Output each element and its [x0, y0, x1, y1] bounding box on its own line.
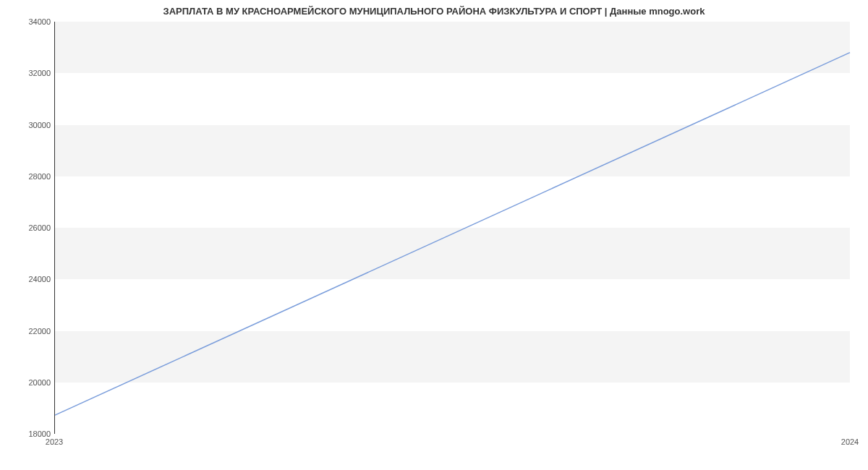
y-tick-label: 20000: [7, 378, 51, 387]
y-tick-label: 18000: [7, 430, 51, 438]
data-line: [55, 53, 850, 415]
chart-container: ЗАРПЛАТА В МУ КРАСНОАРМЕЙСКОГО МУНИЦИПАЛ…: [0, 0, 868, 470]
y-tick-label: 22000: [7, 327, 51, 336]
x-tick-label: 2024: [841, 437, 859, 446]
y-tick-label: 26000: [7, 223, 51, 232]
y-tick-label: 28000: [7, 172, 51, 181]
line-svg: [55, 22, 850, 433]
x-tick-label: 2023: [46, 437, 63, 446]
y-tick-label: 24000: [7, 275, 51, 283]
y-tick-label: 30000: [7, 121, 51, 129]
y-tick-label: 32000: [7, 69, 51, 77]
plot-area: [54, 22, 850, 434]
y-tick-label: 34000: [7, 17, 51, 26]
chart-title: ЗАРПЛАТА В МУ КРАСНОАРМЕЙСКОГО МУНИЦИПАЛ…: [0, 6, 868, 17]
